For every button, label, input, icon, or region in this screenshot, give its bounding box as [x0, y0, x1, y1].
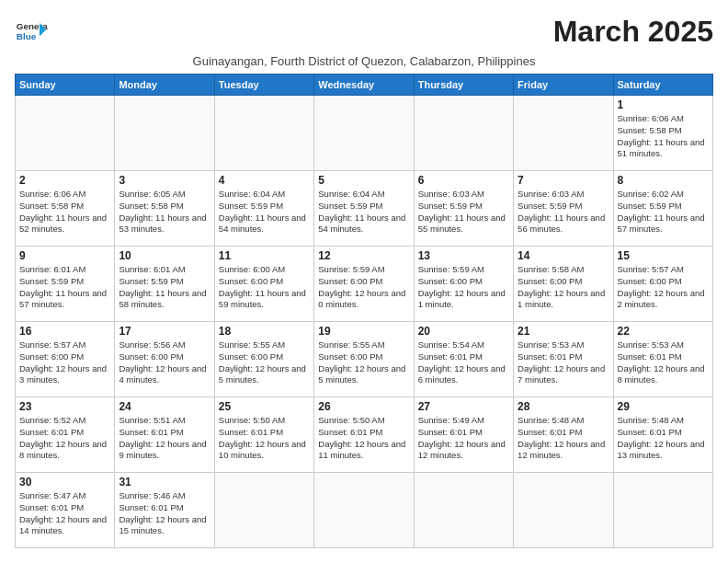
calendar-cell: 2Sunrise: 6:06 AM Sunset: 5:58 PM Daylig…	[16, 171, 115, 247]
day-info: Sunrise: 5:46 AM Sunset: 6:01 PM Dayligh…	[119, 490, 210, 537]
calendar-cell: 26Sunrise: 5:50 AM Sunset: 6:01 PM Dayli…	[314, 397, 414, 473]
day-number: 7	[518, 174, 609, 187]
calendar-cell: 22Sunrise: 5:53 AM Sunset: 6:01 PM Dayli…	[613, 322, 712, 397]
day-info: Sunrise: 6:00 AM Sunset: 6:00 PM Dayligh…	[219, 264, 310, 311]
day-info: Sunrise: 5:54 AM Sunset: 6:01 PM Dayligh…	[418, 339, 509, 386]
calendar-cell: 5Sunrise: 6:04 AM Sunset: 5:59 PM Daylig…	[314, 171, 414, 247]
day-info: Sunrise: 5:56 AM Sunset: 6:00 PM Dayligh…	[119, 339, 210, 386]
day-info: Sunrise: 6:01 AM Sunset: 5:59 PM Dayligh…	[19, 264, 110, 311]
day-info: Sunrise: 6:01 AM Sunset: 5:59 PM Dayligh…	[119, 264, 210, 311]
calendar-cell: 28Sunrise: 5:48 AM Sunset: 6:01 PM Dayli…	[514, 397, 613, 473]
day-number: 9	[19, 249, 110, 262]
day-number: 10	[119, 249, 210, 262]
calendar-cell	[214, 96, 313, 171]
day-number: 30	[19, 476, 110, 488]
calendar-cell: 25Sunrise: 5:50 AM Sunset: 6:01 PM Dayli…	[214, 397, 313, 473]
day-of-week-header: Thursday	[414, 75, 513, 96]
day-info: Sunrise: 5:55 AM Sunset: 6:00 PM Dayligh…	[318, 339, 409, 386]
calendar-cell	[514, 473, 613, 548]
day-number: 12	[318, 249, 409, 262]
day-number: 25	[219, 400, 310, 413]
day-info: Sunrise: 5:58 AM Sunset: 6:00 PM Dayligh…	[518, 264, 609, 311]
day-info: Sunrise: 5:50 AM Sunset: 6:01 PM Dayligh…	[318, 415, 409, 462]
day-info: Sunrise: 5:59 AM Sunset: 6:00 PM Dayligh…	[418, 264, 509, 311]
calendar-cell	[414, 473, 513, 548]
day-of-week-header: Sunday	[16, 75, 115, 96]
svg-text:Blue: Blue	[17, 31, 37, 41]
day-number: 26	[318, 400, 409, 413]
day-number: 13	[418, 249, 509, 262]
day-info: Sunrise: 5:53 AM Sunset: 6:01 PM Dayligh…	[618, 339, 709, 386]
calendar-cell	[314, 473, 414, 548]
calendar-week-row: 23Sunrise: 5:52 AM Sunset: 6:01 PM Dayli…	[16, 397, 713, 473]
calendar-cell: 19Sunrise: 5:55 AM Sunset: 6:00 PM Dayli…	[314, 322, 414, 397]
calendar-cell: 23Sunrise: 5:52 AM Sunset: 6:01 PM Dayli…	[16, 397, 115, 473]
day-number: 6	[418, 174, 509, 187]
day-number: 14	[518, 249, 609, 262]
day-of-week-header: Friday	[514, 75, 613, 96]
day-info: Sunrise: 5:53 AM Sunset: 6:01 PM Dayligh…	[518, 339, 609, 386]
calendar-cell: 12Sunrise: 5:59 AM Sunset: 6:00 PM Dayli…	[314, 247, 414, 322]
subtitle: Guinayangan, Fourth District of Quezon, …	[15, 54, 713, 68]
day-info: Sunrise: 5:47 AM Sunset: 6:01 PM Dayligh…	[19, 490, 110, 537]
day-number: 20	[418, 325, 509, 338]
day-info: Sunrise: 5:57 AM Sunset: 6:00 PM Dayligh…	[19, 339, 110, 386]
day-number: 8	[618, 174, 709, 187]
day-info: Sunrise: 6:05 AM Sunset: 5:58 PM Dayligh…	[119, 189, 210, 236]
calendar-cell: 6Sunrise: 6:03 AM Sunset: 5:59 PM Daylig…	[414, 171, 513, 247]
day-number: 3	[119, 174, 210, 187]
calendar-cell: 16Sunrise: 5:57 AM Sunset: 6:00 PM Dayli…	[16, 322, 115, 397]
day-number: 27	[418, 400, 509, 413]
calendar-cell: 3Sunrise: 6:05 AM Sunset: 5:58 PM Daylig…	[115, 171, 214, 247]
calendar-cell: 31Sunrise: 5:46 AM Sunset: 6:01 PM Dayli…	[115, 473, 214, 548]
day-number: 17	[119, 325, 210, 338]
calendar-cell	[214, 473, 313, 548]
calendar-cell: 1Sunrise: 6:06 AM Sunset: 5:58 PM Daylig…	[613, 96, 712, 171]
day-of-week-header: Tuesday	[214, 75, 313, 96]
day-info: Sunrise: 5:55 AM Sunset: 6:00 PM Dayligh…	[219, 339, 310, 386]
day-info: Sunrise: 6:03 AM Sunset: 5:59 PM Dayligh…	[418, 189, 509, 236]
calendar-cell	[514, 96, 613, 171]
calendar-cell: 13Sunrise: 5:59 AM Sunset: 6:00 PM Dayli…	[414, 247, 513, 322]
day-of-week-header: Saturday	[613, 75, 712, 96]
calendar-cell: 20Sunrise: 5:54 AM Sunset: 6:01 PM Dayli…	[414, 322, 513, 397]
logo-icon: General Blue	[15, 15, 48, 48]
calendar-week-row: 16Sunrise: 5:57 AM Sunset: 6:00 PM Dayli…	[16, 322, 713, 397]
day-number: 23	[19, 400, 110, 413]
day-number: 24	[119, 400, 210, 413]
calendar-cell: 29Sunrise: 5:48 AM Sunset: 6:01 PM Dayli…	[613, 397, 712, 473]
day-info: Sunrise: 6:06 AM Sunset: 5:58 PM Dayligh…	[19, 189, 110, 236]
day-number: 1	[618, 98, 709, 111]
calendar-cell: 14Sunrise: 5:58 AM Sunset: 6:00 PM Dayli…	[514, 247, 613, 322]
calendar-cell: 24Sunrise: 5:51 AM Sunset: 6:01 PM Dayli…	[115, 397, 214, 473]
day-number: 11	[219, 249, 310, 262]
calendar-cell: 17Sunrise: 5:56 AM Sunset: 6:00 PM Dayli…	[115, 322, 214, 397]
page-header: General Blue March 2025	[15, 15, 713, 49]
day-number: 28	[518, 400, 609, 413]
calendar-cell: 11Sunrise: 6:00 AM Sunset: 6:00 PM Dayli…	[214, 247, 313, 322]
day-info: Sunrise: 5:57 AM Sunset: 6:00 PM Dayligh…	[618, 264, 709, 311]
header-row: SundayMondayTuesdayWednesdayThursdayFrid…	[16, 75, 713, 96]
calendar-cell	[16, 96, 115, 171]
day-of-week-header: Monday	[115, 75, 214, 96]
day-info: Sunrise: 6:06 AM Sunset: 5:58 PM Dayligh…	[618, 113, 709, 160]
calendar-week-row: 1Sunrise: 6:06 AM Sunset: 5:58 PM Daylig…	[16, 96, 713, 171]
calendar-cell	[314, 96, 414, 171]
calendar-table: SundayMondayTuesdayWednesdayThursdayFrid…	[15, 74, 713, 548]
day-info: Sunrise: 5:52 AM Sunset: 6:01 PM Dayligh…	[19, 415, 110, 462]
calendar-cell: 8Sunrise: 6:02 AM Sunset: 5:59 PM Daylig…	[613, 171, 712, 247]
day-number: 19	[318, 325, 409, 338]
calendar-week-row: 30Sunrise: 5:47 AM Sunset: 6:01 PM Dayli…	[16, 473, 713, 548]
day-number: 16	[19, 325, 110, 338]
day-info: Sunrise: 5:48 AM Sunset: 6:01 PM Dayligh…	[518, 415, 609, 462]
calendar-cell	[414, 96, 513, 171]
calendar-cell: 27Sunrise: 5:49 AM Sunset: 6:01 PM Dayli…	[414, 397, 513, 473]
day-info: Sunrise: 6:02 AM Sunset: 5:59 PM Dayligh…	[618, 189, 709, 236]
day-number: 21	[518, 325, 609, 338]
calendar-cell: 18Sunrise: 5:55 AM Sunset: 6:00 PM Dayli…	[214, 322, 313, 397]
day-of-week-header: Wednesday	[314, 75, 414, 96]
day-info: Sunrise: 6:03 AM Sunset: 5:59 PM Dayligh…	[518, 189, 609, 236]
calendar-week-row: 2Sunrise: 6:06 AM Sunset: 5:58 PM Daylig…	[16, 171, 713, 247]
day-number: 5	[318, 174, 409, 187]
day-number: 29	[618, 400, 709, 413]
